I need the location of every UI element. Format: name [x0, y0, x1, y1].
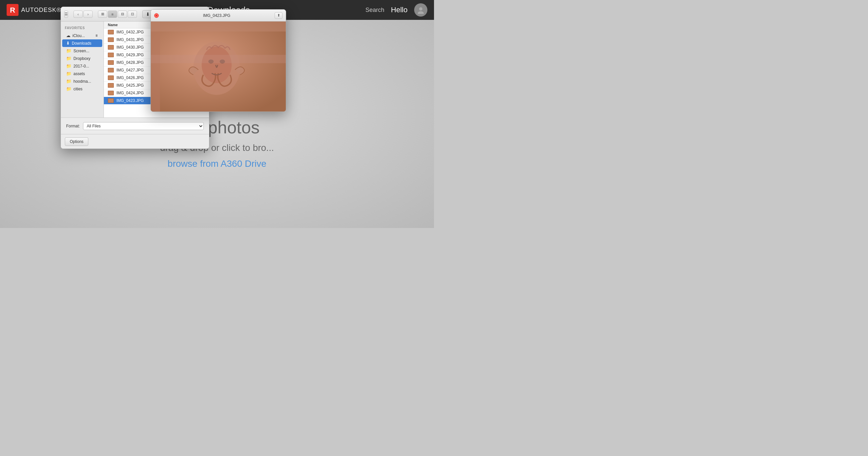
toolbar-views: ⊞ ≡ ⊟ ⊡	[98, 10, 137, 18]
sidebar-toggle-btn[interactable]: ☰	[64, 10, 68, 18]
svg-text:R: R	[10, 6, 15, 14]
svg-point-2	[419, 7, 423, 10]
svg-point-13	[202, 47, 232, 83]
sidebar-item-dropboxy-label: Dropboxy	[73, 56, 90, 61]
screenshots-folder-icon: 📁	[66, 48, 71, 53]
gallery-view-btn[interactable]: ⊡	[128, 10, 137, 18]
file-name: IMG_0428.JPG	[117, 60, 144, 65]
file-name: IMG_0424.JPG	[117, 91, 144, 95]
topbar-hello-label: Hello	[391, 6, 407, 14]
file-thumbnail	[108, 68, 114, 72]
sidebar-item-dropboxy[interactable]: 📁 Dropboxy	[62, 55, 102, 62]
toolbar-nav: ‹ ›	[73, 10, 93, 18]
sidebar-item-downloads[interactable]: ⬇ Downloads	[62, 39, 102, 47]
2017-folder-icon: 📁	[66, 64, 71, 68]
preview-titlebar: × IMG_0423.JPG ⬆	[151, 9, 286, 22]
downloads-folder-icon: ⬇	[146, 11, 150, 17]
list-view-btn[interactable]: ≡	[108, 10, 117, 18]
file-thumbnail	[108, 53, 114, 57]
column-view-btn[interactable]: ⊟	[118, 10, 127, 18]
sidebar-item-hoodma[interactable]: 📁 hoodma...	[62, 78, 102, 85]
preview-share-btn[interactable]: ⬆	[275, 12, 282, 19]
picker-sidebar: Favorites ☁ iClou... ⏸ ⬇ Downloads 📁 Scr…	[61, 22, 104, 118]
format-label: Format:	[66, 124, 80, 128]
topbar-right: Search Hello	[366, 3, 427, 17]
format-select[interactable]: All Files	[83, 122, 204, 130]
preview-close-btn[interactable]: ×	[154, 13, 159, 18]
sidebar-item-hoodma-label: hoodma...	[73, 79, 91, 84]
topbar-search-label: Search	[366, 7, 384, 13]
file-name: IMG_0423.JPG	[117, 98, 144, 103]
sidebar-item-2017[interactable]: 📁 2017-0...	[62, 62, 102, 70]
file-name: IMG_0429.JPG	[117, 53, 144, 57]
back-btn[interactable]: ‹	[73, 10, 83, 18]
icloud-status-icon: ⏸	[95, 34, 98, 37]
sidebar-item-assets[interactable]: 📁 assets	[62, 70, 102, 78]
file-thumbnail	[108, 45, 114, 50]
file-name: IMG_0426.JPG	[117, 75, 144, 80]
share-icon: ⬆	[277, 13, 280, 18]
picker-footer: Options	[61, 134, 209, 149]
sidebar-item-assets-label: assets	[73, 71, 85, 76]
sidebar-item-downloads-label: Downloads	[72, 41, 91, 45]
file-name: IMG_0430.JPG	[117, 45, 144, 50]
downloads-icon: ⬇	[66, 41, 70, 45]
svg-rect-11	[151, 22, 286, 31]
forward-btn[interactable]: ›	[83, 10, 93, 18]
file-thumbnail	[108, 75, 114, 80]
preview-title: IMG_0423.JPG	[161, 13, 272, 18]
sidebar-item-2017-label: 2017-0...	[73, 64, 89, 68]
file-thumbnail	[108, 60, 114, 65]
file-thumbnail	[108, 91, 114, 95]
sidebar-item-cities[interactable]: 📁 cities	[62, 85, 102, 93]
preview-window: × IMG_0423.JPG ⬆	[151, 9, 286, 112]
file-name: IMG_0432.JPG	[117, 30, 144, 34]
options-button[interactable]: Options	[65, 137, 88, 146]
file-name: IMG_0427.JPG	[117, 68, 144, 72]
icloud-icon: ☁	[66, 33, 70, 38]
add-photos-link[interactable]: browse from A360 Drive	[168, 158, 267, 169]
user-avatar[interactable]	[414, 3, 427, 17]
sidebar-item-cities-label: cities	[73, 87, 82, 91]
file-thumbnail	[108, 30, 114, 34]
cities-folder-icon: 📁	[66, 86, 71, 91]
sidebar-item-screenshots[interactable]: 📁 Screen...	[62, 47, 102, 55]
preview-sculpture-svg	[151, 22, 286, 112]
file-name: IMG_0425.JPG	[117, 83, 144, 88]
file-name: IMG_0431.JPG	[117, 37, 144, 42]
assets-folder-icon: 📁	[66, 71, 71, 76]
hoodma-folder-icon: 📁	[66, 79, 71, 84]
autodesk-logo-icon: R	[7, 4, 19, 16]
sidebar-item-screenshots-label: Screen...	[73, 49, 89, 53]
close-icon: ×	[155, 14, 157, 17]
picker-format-bar: Format: All Files	[61, 118, 209, 134]
sidebar-item-icloud[interactable]: ☁ iClou... ⏸	[62, 32, 102, 39]
file-thumbnail	[108, 98, 114, 103]
column-name-header: Name	[108, 23, 118, 27]
svg-rect-10	[151, 22, 160, 112]
sidebar-section-label: Favorites	[61, 25, 103, 32]
file-thumbnail	[108, 37, 114, 42]
svg-point-3	[418, 11, 424, 14]
avatar-icon	[417, 6, 425, 14]
icon-view-btn[interactable]: ⊞	[98, 10, 107, 18]
preview-image	[151, 22, 286, 112]
file-thumbnail	[108, 83, 114, 88]
sidebar-item-icloud-label: iClou...	[72, 33, 85, 38]
dropboxy-folder-icon: 📁	[66, 56, 71, 61]
svg-rect-16	[151, 55, 286, 63]
